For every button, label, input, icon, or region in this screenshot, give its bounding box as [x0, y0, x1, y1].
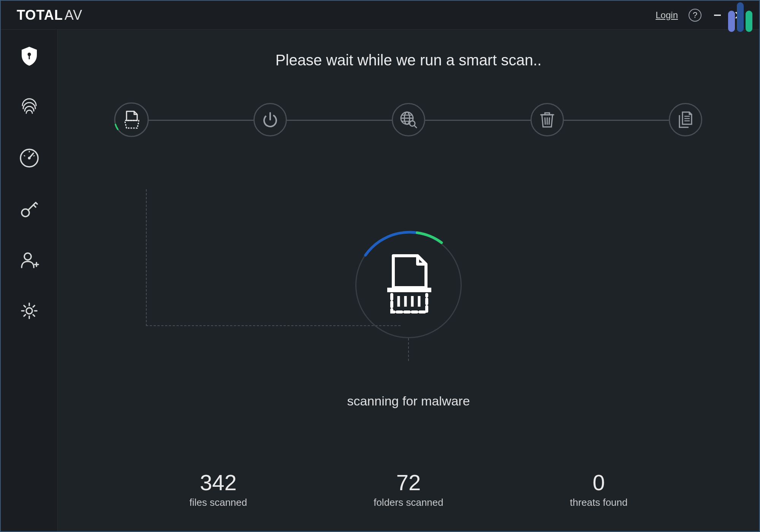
svg-line-8 — [24, 155, 25, 156]
svg-line-33 — [549, 117, 549, 125]
step-duplicates[interactable] — [669, 103, 702, 136]
watermark-bar — [737, 2, 744, 32]
svg-line-14 — [36, 203, 37, 204]
svg-rect-4 — [28, 55, 30, 59]
shield-icon — [20, 46, 38, 66]
stat-threats-found: 0 threats found — [570, 470, 628, 508]
sidebar-item-settings[interactable] — [17, 299, 41, 323]
sidebar-item-password[interactable] — [17, 197, 41, 221]
step-web-protection[interactable] — [392, 103, 425, 136]
scan-progress-ring — [353, 229, 467, 343]
sidebar-item-performance[interactable] — [17, 146, 41, 170]
app-logo: TOTAL AV — [17, 7, 82, 23]
scan-status-label: scanning for malware — [58, 394, 759, 408]
content: Please wait while we run a smart scan.. — [1, 30, 759, 531]
svg-point-7 — [28, 157, 30, 160]
watermark-logo — [728, 2, 752, 32]
stat-value: 342 — [189, 470, 247, 495]
step-junk-cleanup[interactable] — [530, 103, 564, 136]
svg-line-13 — [33, 205, 36, 207]
svg-point-37 — [353, 229, 467, 343]
fingerprint-icon — [19, 97, 39, 117]
globe-search-icon — [399, 111, 418, 129]
key-icon — [19, 199, 40, 219]
minimize-icon — [713, 11, 722, 19]
sidebar — [1, 30, 58, 531]
dashed-down-connector — [408, 338, 409, 361]
svg-point-20 — [114, 102, 149, 138]
trash-icon — [540, 111, 555, 128]
svg-point-15 — [24, 253, 31, 260]
page-title: Please wait while we run a smart scan.. — [88, 52, 729, 69]
logo-text-light: AV — [65, 7, 82, 23]
stat-folders-scanned: 72 folders scanned — [374, 470, 443, 508]
scan-progress — [355, 232, 462, 338]
speedometer-icon — [19, 148, 40, 168]
stat-label: folders scanned — [374, 497, 443, 508]
duplicate-files-icon — [677, 111, 694, 129]
step-progress-ring — [114, 102, 149, 138]
watermark-bar — [746, 11, 752, 32]
scan-steps — [88, 103, 729, 136]
stat-label: threats found — [570, 497, 628, 508]
sidebar-item-protection[interactable] — [17, 44, 41, 68]
power-icon — [262, 111, 279, 128]
sidebar-item-family[interactable] — [17, 248, 41, 272]
svg-point-19 — [115, 103, 148, 136]
svg-line-31 — [545, 117, 545, 125]
svg-point-38 — [353, 229, 467, 343]
stat-value: 72 — [374, 470, 443, 495]
step-malware-scan[interactable] — [115, 103, 148, 136]
stat-label: files scanned — [189, 497, 247, 508]
stat-value: 0 — [570, 470, 628, 495]
svg-line-29 — [414, 125, 416, 128]
titlebar: TOTAL AV Login ? — [1, 1, 759, 30]
step-startup[interactable] — [253, 103, 287, 136]
main-panel: Please wait while we run a smart scan.. — [58, 30, 759, 531]
gear-icon — [19, 301, 39, 321]
svg-point-18 — [26, 308, 32, 314]
add-user-icon — [19, 250, 39, 270]
help-button[interactable]: ? — [689, 9, 701, 22]
scan-stats: 342 files scanned 72 folders scanned 0 t… — [58, 470, 759, 508]
minimize-button[interactable] — [712, 10, 723, 21]
sidebar-item-privacy[interactable] — [17, 95, 41, 119]
app-window: TOTAL AV Login ? — [0, 0, 760, 532]
stat-files-scanned: 342 files scanned — [189, 470, 247, 508]
help-icon: ? — [693, 10, 697, 20]
login-link[interactable]: Login — [656, 10, 678, 21]
logo-text-bold: TOTAL — [17, 7, 63, 23]
watermark-bar — [728, 11, 735, 32]
scan-circle — [355, 232, 462, 338]
svg-line-9 — [33, 155, 35, 156]
